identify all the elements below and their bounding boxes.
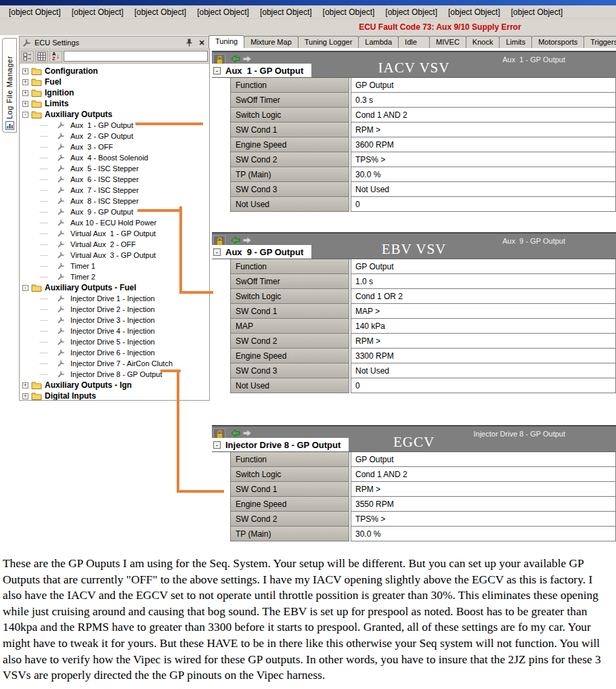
tab[interactable]: Triggers (584, 36, 616, 48)
tree-item[interactable]: Injector Drive 2 - Injection (22, 304, 209, 315)
tree-item[interactable]: Aux 4 - Boost Solenoid (22, 152, 209, 163)
outline-icon (23, 52, 32, 61)
param-value[interactable]: 1.0 s (351, 273, 616, 289)
param-value[interactable]: 3550 RPM (351, 496, 616, 512)
collapse-icon[interactable]: - (213, 67, 221, 74)
menu-item[interactable]: [object Object] (192, 6, 254, 18)
tree-item[interactable]: Injector Drive 4 - Injection (22, 326, 209, 336)
tree-item[interactable]: Injector Drive 1 - Injection (22, 293, 209, 304)
tab[interactable]: Tuning (208, 35, 244, 48)
expand-toggle[interactable]: + (22, 101, 28, 107)
param-value[interactable]: 3300 RPM (351, 348, 616, 363)
pin-icon[interactable] (184, 38, 194, 47)
menu-item[interactable]: [object Object] (67, 6, 129, 18)
param-value[interactable]: Not Used (351, 363, 616, 378)
tree-item-label: Aux 3 - OFF (70, 143, 113, 151)
param-value[interactable]: 140 kPa (351, 318, 616, 334)
expand-toggle[interactable]: + (22, 393, 28, 399)
param-value[interactable]: Cond 1 OR 2 (351, 288, 616, 304)
param-value[interactable]: Cond 1 AND 2 (351, 107, 616, 123)
menu-item[interactable]: [object Object] (443, 6, 505, 18)
param-label: Engine Speed (230, 496, 349, 512)
param-value[interactable]: 0 (351, 196, 616, 212)
log-file-manager-tab[interactable]: Log File Manager (2, 38, 17, 133)
tree-item[interactable]: - Auxiliary Outputs (22, 109, 209, 120)
aux1-param-table: Function GP Output SwOff Timer 0.3 s Swi… (212, 77, 616, 212)
expand-toggle[interactable]: + (22, 382, 28, 388)
outline-view-button[interactable] (21, 51, 34, 62)
tree-item[interactable]: Injector Drive 5 - Injection (22, 336, 209, 347)
tree-item[interactable]: Injector Drive 6 - Injection (22, 347, 209, 358)
tab[interactable]: Limits (499, 36, 532, 48)
expand-toggle[interactable]: - (22, 112, 28, 118)
tree-item[interactable]: Aux 8 - ISC Stepper (22, 196, 209, 206)
tree-item[interactable]: Injector Drive 7 - AirCon Clutch (22, 358, 209, 369)
tree-item-label: Timer 1 (70, 262, 95, 270)
param-value[interactable]: Not Used (351, 181, 616, 197)
wrench-icon (57, 316, 65, 324)
tab[interactable]: Motorsports (531, 36, 584, 48)
tree-item[interactable]: + Configuration (22, 66, 209, 76)
tree-item[interactable]: Aux 6 - ISC Stepper (22, 174, 209, 185)
tab[interactable]: Tuning Logger (298, 36, 359, 48)
menu-bar: [object Object] [object Object] [object … (0, 5, 616, 19)
wrench-icon (57, 262, 65, 270)
tree-item[interactable]: Aux 1 - GP Output (22, 120, 209, 131)
param-row: Switch Logic Cond 1 AND 2 (212, 107, 616, 123)
param-value[interactable]: RPM > (351, 333, 616, 349)
param-value[interactable]: MAP > (351, 303, 616, 319)
param-value[interactable]: GP Output (351, 259, 616, 274)
param-value[interactable]: GP Output (351, 77, 616, 93)
param-value[interactable]: TPS% > (351, 511, 616, 527)
tab[interactable]: Knock (466, 36, 500, 48)
tab[interactable]: Idle (398, 36, 430, 48)
window-titlebar (0, 0, 616, 5)
param-value[interactable]: GP Output (351, 451, 616, 467)
param-value[interactable]: TPS% > (351, 152, 616, 167)
param-value[interactable]: RPM > (351, 481, 616, 497)
param-value[interactable]: 0 (351, 378, 616, 393)
sort-az-button[interactable]: AZ ↓ (49, 51, 62, 62)
tree-item[interactable]: + Auxiliary Outputs - Ign (22, 380, 209, 391)
menu-item[interactable]: [object Object] (4, 6, 66, 18)
param-value[interactable]: 3600 RPM (351, 137, 616, 152)
grid-view-button[interactable] (35, 51, 48, 62)
filter-input[interactable] (64, 51, 208, 62)
close-icon[interactable]: ✕ (197, 38, 206, 47)
folder-icon (31, 381, 42, 389)
collapse-icon[interactable]: - (213, 248, 221, 256)
collapse-icon[interactable]: - (213, 441, 221, 449)
tree-item-label: Auxiliary Outputs - Fuel (45, 283, 136, 292)
tree-item[interactable]: Injector Drive 8 - GP Output (22, 369, 209, 380)
expand-toggle[interactable]: + (22, 90, 28, 96)
param-row: SW Cond 1 RPM > (212, 122, 616, 137)
tree-item[interactable]: Injector Drive 3 - Injection (22, 315, 209, 326)
param-value[interactable]: RPM > (351, 122, 616, 137)
tree-item[interactable]: Aux 3 - OFF (22, 141, 209, 152)
panel-toolbar: AZ ↓ (20, 49, 209, 64)
menu-item[interactable]: [object Object] (255, 6, 317, 18)
tree-item[interactable]: Aux 2 - GP Output (22, 131, 209, 141)
tab[interactable]: MIVEC (429, 36, 466, 48)
param-value[interactable]: Cond 1 AND 2 (351, 466, 616, 482)
wrench-icon (57, 370, 65, 378)
menu-item[interactable]: [object Object] (318, 6, 380, 18)
param-value[interactable]: 30.0 % (351, 526, 616, 541)
menu-item[interactable]: [object Object] (506, 6, 568, 18)
tab[interactable]: Lambda (358, 36, 399, 48)
expand-toggle[interactable]: + (22, 68, 28, 74)
tab[interactable]: Mixture Map (244, 36, 299, 48)
expand-toggle[interactable]: - (22, 285, 28, 291)
expand-toggle[interactable]: + (22, 79, 28, 85)
tree-item[interactable]: + Ignition (22, 87, 209, 98)
menu-item[interactable]: [object Object] (380, 6, 442, 18)
tree-item[interactable]: + Limits (22, 98, 209, 109)
tree-item[interactable]: Aux 7 - ISC Stepper (22, 185, 209, 196)
tree-item[interactable]: + Digital Inputs (22, 391, 209, 400)
param-value[interactable]: 30.0 % (351, 166, 616, 182)
explanation-text: These are the GP Ouputs I am using for t… (3, 556, 613, 684)
menu-item[interactable]: [object Object] (129, 6, 191, 18)
param-value[interactable]: 0.3 s (351, 92, 616, 108)
tree-item[interactable]: Aux 5 - ISC Stepper (22, 163, 209, 174)
tree-item[interactable]: + Fuel (22, 76, 209, 87)
